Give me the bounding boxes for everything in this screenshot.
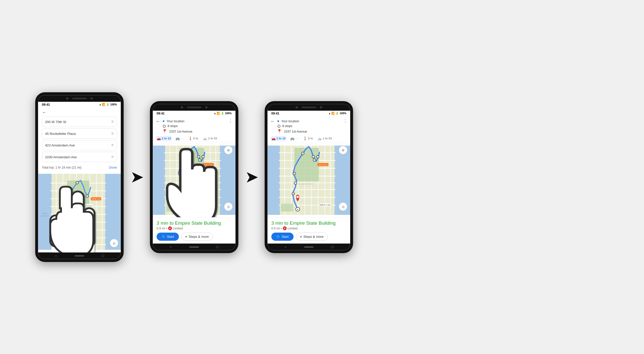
transit-label-3: — — [295, 137, 298, 140]
svg-rect-19 — [102, 174, 103, 250]
nav-back-1[interactable]: ‹ — [53, 253, 59, 259]
dot-icon-blue-3: ● — [277, 119, 279, 123]
svg-text:White Castle: White Castle — [204, 164, 213, 165]
transport-tab-walk-3[interactable]: 🚶 5 hr — [302, 136, 314, 141]
transport-tab-bike-3[interactable]: 🚲 1 hr 53 — [317, 136, 333, 141]
trip-footer: Total trip: 1 hr 18 min (21 mi) Done — [38, 163, 121, 171]
svg-rect-124 — [281, 204, 293, 211]
route-distance-3: 0.9 mi — [271, 226, 280, 230]
transport-tab-car-3[interactable]: 🚗 1 hr 12 — [270, 136, 287, 141]
route-header-3: ← ● Your location 8 stops 📍 2337 1st A — [267, 116, 350, 143]
car-icon-2: 🚗 — [157, 136, 161, 140]
route-bottom-2: 3 min to Empire State Building 0.9 mi • … — [153, 217, 235, 244]
transit-icon-2: 🚌 — [176, 136, 180, 140]
svg-text:⊞: ⊞ — [342, 148, 344, 152]
svg-rect-21 — [53, 236, 66, 245]
home-btn-2[interactable] — [189, 246, 199, 248]
home-btn-1[interactable] — [75, 255, 84, 256]
svg-text:2000 ft / 1 km: 2000 ft / 1 km — [205, 204, 216, 206]
dot-icon-white-3 — [277, 125, 280, 127]
parking-label-3: Limited — [288, 226, 298, 230]
route-stop-dest: 📍 2337 1st Avenue — [162, 128, 228, 135]
svg-text:White Cas: White Cas — [92, 198, 100, 200]
done-button[interactable]: Done — [109, 165, 117, 169]
nav-back-3[interactable]: ‹ — [283, 244, 288, 250]
svg-text:MANHATTAN: MANHATTAN — [67, 216, 82, 219]
map-1[interactable]: A B C D E F Famous Famiglia White Cas — [38, 171, 121, 252]
back-button-2[interactable]: ← — [156, 119, 160, 124]
steps-button-2[interactable]: ≡ Steps & more — [181, 232, 213, 241]
transport-tab-walk-2[interactable]: 🚶 5 hr — [187, 136, 199, 141]
nav-back-2[interactable]: ‹ — [168, 244, 174, 250]
stop-text-1: 200 W 70th St — [45, 120, 111, 124]
status-bar-1: 09:41 ♦ 📶 🔋 100% — [38, 102, 121, 107]
svg-rect-18 — [96, 174, 97, 250]
route-bottom-3: 3 min to Empire State Building 0.9 mi • … — [267, 217, 350, 244]
status-time-2: 09:41 — [157, 111, 165, 115]
status-bar-3: 09:41 ♦ 📶 🔋 100% — [267, 110, 350, 116]
scene: 09:41 ♦ 📶 🔋 100% ← 200 W 70th St ≡ — [35, 92, 609, 262]
stop-item-2[interactable]: 45 Rockefeller Plaza ≡ — [42, 128, 117, 139]
phone-3: 09:41 ♦ 📶 🔋 100% ← ● Your location — [265, 101, 353, 253]
speaker — [72, 98, 87, 99]
more-options-btn-3[interactable]: ⋮ — [343, 119, 347, 124]
back-button-3[interactable]: ← — [270, 119, 275, 124]
map-2[interactable]: A B C D E F G — [153, 143, 235, 217]
start-button-3[interactable]: 🔷 Start — [271, 232, 294, 241]
svg-text:MANHATTAN: MANHATTAN — [183, 182, 198, 185]
svg-text:⊞: ⊞ — [227, 148, 230, 152]
svg-text:MANHATTAN: MANHATTAN — [298, 182, 313, 185]
phone-2: 09:41 ♦ 📶 🔋 100% ← ● Your location — [150, 101, 238, 253]
steps-button-3[interactable]: ≡ Steps & more — [296, 232, 328, 241]
camera-5 — [296, 106, 298, 108]
svg-text:B: B — [178, 193, 179, 194]
stop-handle-3[interactable]: ≡ — [111, 143, 114, 148]
transport-tab-car-2[interactable]: 🚗 1 hr 12 — [156, 136, 172, 141]
start-button-2[interactable]: 🔷 Start — [157, 232, 179, 241]
stop-item-4[interactable]: 1030 Amsterdam Ave ≡ — [42, 152, 117, 162]
camera-2 — [90, 97, 93, 100]
svg-text:B: B — [293, 193, 294, 194]
back-button-1[interactable]: ← — [42, 110, 47, 115]
svg-rect-55 — [153, 145, 165, 215]
transport-tab-transit-3[interactable]: 🚌 — — [290, 136, 299, 141]
nav-square-2[interactable]: □ — [215, 244, 220, 250]
svg-rect-105 — [267, 145, 280, 215]
dot-icon-red-2: 📍 — [162, 129, 167, 134]
walk-time-3: 5 hr — [308, 137, 313, 140]
nav-square-3[interactable]: □ — [329, 244, 335, 250]
walk-icon-2: 🚶 — [188, 136, 192, 140]
camera-6 — [320, 106, 322, 108]
more-options-btn-2[interactable]: ⋮ — [228, 119, 233, 124]
parking-label-2: Limited — [173, 226, 183, 230]
route-stop-count-3: 8 stops — [277, 124, 343, 128]
map-3[interactable]: A B C D E F G H — [267, 143, 350, 217]
svg-text:E: E — [188, 152, 189, 154]
stop-handle-4[interactable]: ≡ — [111, 154, 114, 159]
stops-label-2: 8 stops — [168, 124, 178, 128]
home-btn-3[interactable] — [304, 246, 314, 248]
route-stop-location: ● Your location — [162, 119, 228, 124]
dot-icon-blue: ● — [162, 119, 165, 123]
stop-handle-1[interactable]: ≡ — [111, 119, 114, 124]
start-icon-3: 🔷 — [276, 234, 280, 238]
route-title-3: 3 min to Empire State Building — [271, 220, 346, 226]
svg-text:White Castle: White Castle — [318, 164, 328, 165]
svg-rect-1 — [38, 174, 51, 250]
phone-top-notch-3 — [267, 104, 350, 111]
car-icon-3: 🚗 — [271, 136, 275, 140]
svg-text:B: B — [64, 226, 65, 228]
phone-nav-3: ‹ □ — [267, 244, 350, 250]
transport-tab-transit-2[interactable]: 🚌 — — [175, 136, 185, 141]
bike-time-2: 1 hr 53 — [208, 137, 217, 140]
location-label-3: Your location — [281, 119, 299, 123]
dot-icon-red-3: 📍 — [277, 129, 282, 134]
stop-item-1[interactable]: 200 W 70th St ≡ — [42, 116, 117, 127]
stops-label-3: 8 stops — [282, 124, 292, 128]
transport-tab-bike-2[interactable]: 🚲 1 hr 53 — [202, 136, 218, 141]
svg-text:E: E — [302, 152, 303, 154]
stop-handle-2[interactable]: ≡ — [111, 131, 114, 136]
phone1-content: ← 200 W 70th St ≡ 45 Rockefeller Plaza ≡… — [38, 107, 121, 171]
stop-item-3[interactable]: 423 Amsterdam Ave ≡ — [42, 140, 117, 150]
nav-square-1[interactable]: □ — [100, 253, 106, 259]
